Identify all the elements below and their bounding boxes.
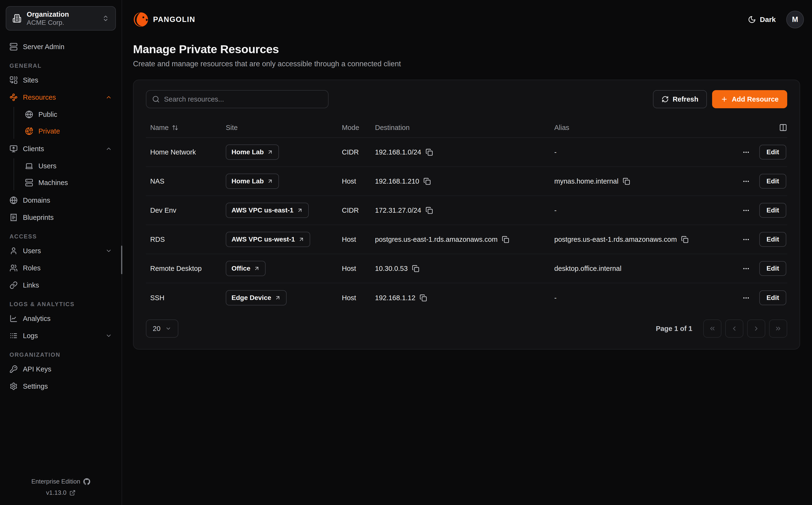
sidebar-item-settings[interactable]: Settings xyxy=(6,379,116,394)
org-switcher[interactable]: Organization ACME Corp. xyxy=(6,6,116,30)
cell-name: Remote Desktop xyxy=(146,265,226,273)
user-icon xyxy=(10,247,18,255)
site-link-button[interactable]: Home Lab xyxy=(226,174,279,189)
sidebar-scrollbar[interactable] xyxy=(121,245,122,274)
sidebar-item-logs[interactable]: Logs xyxy=(6,328,116,343)
site-link-button[interactable]: Office xyxy=(226,261,265,276)
cell-mode: CIDR xyxy=(342,148,375,156)
chevron-up-icon xyxy=(106,145,112,152)
sidebar-item-label: Sites xyxy=(23,76,112,84)
row-more-button[interactable] xyxy=(741,293,751,303)
edition-link[interactable]: Enterprise Edition xyxy=(31,478,90,485)
sidebar-item-api-keys[interactable]: API Keys xyxy=(6,361,116,377)
table-row: NAS Home Lab Host 192.168.1.210 mynas.ho… xyxy=(146,167,787,196)
combine-icon xyxy=(10,76,18,84)
cell-alias: - xyxy=(554,294,728,302)
site-link-button[interactable]: Edge Device xyxy=(226,290,286,305)
copy-icon[interactable] xyxy=(426,207,433,214)
edition-label: Enterprise Edition xyxy=(31,478,80,485)
edit-button[interactable]: Edit xyxy=(759,203,786,218)
cell-mode: CIDR xyxy=(342,206,375,214)
first-page-button[interactable] xyxy=(703,320,722,338)
edit-button[interactable]: Edit xyxy=(759,291,786,305)
brand[interactable]: PANGOLIN xyxy=(133,12,195,27)
sidebar-item-clients[interactable]: Clients xyxy=(6,141,116,156)
plus-icon xyxy=(721,96,728,103)
sidebar-section-access: ACCESS xyxy=(10,233,116,240)
sidebar-item-label: Logs xyxy=(23,332,100,340)
chart-line-icon xyxy=(10,315,18,323)
sidebar-item-links[interactable]: Links xyxy=(6,278,116,293)
building-icon xyxy=(12,14,21,23)
edit-button[interactable]: Edit xyxy=(759,174,786,189)
sidebar-item-domains[interactable]: Domains xyxy=(6,193,116,208)
column-header-mode: Mode xyxy=(342,124,375,132)
row-more-button[interactable] xyxy=(741,205,751,215)
sidebar-item-resources[interactable]: Resources xyxy=(6,90,116,105)
cell-name: RDS xyxy=(146,235,226,243)
sidebar: Organization ACME Corp. Server Admin GEN… xyxy=(0,0,122,505)
arrow-up-right-icon xyxy=(298,236,304,242)
sidebar-section-logs-analytics: LOGS & ANALYTICS xyxy=(10,301,116,308)
row-more-button[interactable] xyxy=(741,264,751,274)
copy-icon[interactable] xyxy=(420,294,427,302)
sidebar-item-blueprints[interactable]: Blueprints xyxy=(6,210,116,225)
copy-icon[interactable] xyxy=(412,265,419,272)
sidebar-footer: Enterprise Edition v1.13.0 xyxy=(0,478,122,496)
sidebar-item-server-admin[interactable]: Server Admin xyxy=(6,39,116,54)
cell-mode: Host xyxy=(342,265,375,273)
theme-toggle[interactable]: Dark xyxy=(748,15,776,24)
edit-button[interactable]: Edit xyxy=(759,145,786,160)
sidebar-item-label: Machines xyxy=(38,179,112,187)
sidebar-item-machines[interactable]: Machines xyxy=(21,175,116,190)
version-link[interactable]: v1.13.0 xyxy=(46,489,75,496)
pangolin-logo-icon xyxy=(133,12,149,27)
search-input[interactable] xyxy=(164,96,322,103)
cell-alias: mynas.home.internal xyxy=(554,177,728,185)
next-page-button[interactable] xyxy=(747,320,765,338)
search-box[interactable] xyxy=(146,90,329,108)
sidebar-section-organization: ORGANIZATION xyxy=(10,351,116,358)
sidebar-item-label: Domains xyxy=(23,196,112,204)
copy-icon[interactable] xyxy=(426,149,433,156)
sidebar-item-label: Resources xyxy=(23,94,100,101)
copy-icon[interactable] xyxy=(681,236,688,243)
sidebar-item-label: Users xyxy=(38,162,112,170)
cell-mode: Host xyxy=(342,177,375,185)
sidebar-item-analytics[interactable]: Analytics xyxy=(6,311,116,326)
column-header-name[interactable]: Name xyxy=(146,124,226,132)
refresh-button[interactable]: Refresh xyxy=(653,90,707,108)
add-resource-button[interactable]: Add Resource xyxy=(712,90,787,108)
row-more-button[interactable] xyxy=(741,176,751,186)
copy-icon[interactable] xyxy=(502,236,509,243)
sidebar-item-sites[interactable]: Sites xyxy=(6,72,116,88)
site-link-button[interactable]: Home Lab xyxy=(226,145,279,160)
row-more-button[interactable] xyxy=(741,147,751,157)
sidebar-item-label: Roles xyxy=(23,264,112,272)
avatar[interactable]: M xyxy=(786,11,804,28)
cell-destination: 172.31.27.0/24 xyxy=(375,206,554,214)
site-link-button[interactable]: AWS VPC us-east-1 xyxy=(226,203,309,218)
cell-destination: 192.168.1.12 xyxy=(375,294,554,302)
sidebar-item-users[interactable]: Users xyxy=(6,243,116,259)
sidebar-item-label: Private xyxy=(38,127,112,135)
copy-icon[interactable] xyxy=(623,178,630,185)
last-page-button[interactable] xyxy=(769,320,787,338)
sidebar-item-public[interactable]: Public xyxy=(21,107,116,122)
edit-button[interactable]: Edit xyxy=(759,232,786,247)
cell-destination: 10.30.0.53 xyxy=(375,265,554,273)
prev-page-button[interactable] xyxy=(725,320,743,338)
github-icon xyxy=(83,478,90,485)
sidebar-item-roles[interactable]: Roles xyxy=(6,261,116,276)
page-size-select[interactable]: 20 xyxy=(146,320,178,338)
sidebar-item-label: Analytics xyxy=(23,315,112,323)
column-visibility-button[interactable] xyxy=(728,124,787,132)
sidebar-item-client-users[interactable]: Users xyxy=(21,158,116,174)
site-link-button[interactable]: AWS VPC us-west-1 xyxy=(226,232,310,247)
link-icon xyxy=(10,281,18,289)
sidebar-item-private[interactable]: Private xyxy=(21,124,116,139)
globe-icon xyxy=(25,111,33,119)
copy-icon[interactable] xyxy=(423,178,431,185)
edit-button[interactable]: Edit xyxy=(759,261,786,276)
row-more-button[interactable] xyxy=(741,234,751,244)
